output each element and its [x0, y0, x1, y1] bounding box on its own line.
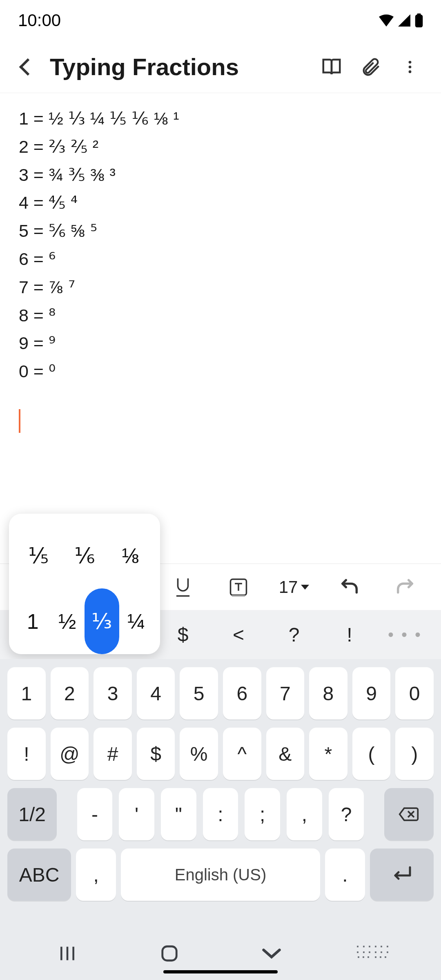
key-9[interactable]: 9	[352, 667, 391, 719]
book-open-icon	[321, 56, 343, 78]
svg-point-2	[409, 61, 412, 64]
overflow-menu-button[interactable]	[390, 47, 430, 87]
popup-option[interactable]: ¼	[119, 588, 154, 654]
enter-icon	[390, 866, 413, 884]
nav-keyboard-switch[interactable]: ∷∷∷⋯⋯	[349, 946, 398, 961]
paperclip-icon	[360, 56, 381, 78]
read-mode-button[interactable]	[312, 47, 351, 87]
text-box-icon	[229, 578, 248, 597]
app-header: Typing Fractions	[0, 41, 441, 93]
popup-option-selected[interactable]: ⅓	[85, 588, 119, 654]
key-8[interactable]: 8	[309, 667, 347, 719]
suggestion-item[interactable]: !	[322, 624, 377, 646]
document-body[interactable]: 1 = ½ ⅓ ¼ ⅕ ⅙ ⅛ ¹ 2 = ⅔ ⅖ ² 3 = ¾ ⅗ ⅜ ³ …	[0, 93, 441, 441]
key-4[interactable]: 4	[137, 667, 175, 719]
text-cursor	[19, 409, 20, 433]
key-apostrophe[interactable]: '	[119, 788, 154, 840]
page-title: Typing Fractions	[50, 53, 312, 80]
doc-line: 2 = ⅔ ⅖ ²	[19, 133, 422, 161]
nav-back[interactable]	[247, 947, 296, 960]
doc-line: 8 = ⁸	[19, 301, 422, 330]
key-question[interactable]: ?	[329, 788, 364, 840]
key-dash[interactable]: -	[77, 788, 113, 840]
svg-rect-13	[163, 947, 177, 961]
undo-button[interactable]	[322, 564, 377, 610]
key-star[interactable]: *	[309, 728, 347, 780]
status-bar: 10:00	[0, 0, 441, 41]
wifi-icon	[379, 14, 394, 27]
doc-line: 1 = ½ ⅓ ¼ ⅕ ⅙ ⅛ ¹	[19, 105, 422, 133]
popup-option[interactable]: ⅕	[16, 523, 62, 588]
key-hash[interactable]: #	[94, 728, 132, 780]
backspace-icon	[398, 806, 419, 822]
popup-option[interactable]: 1	[16, 588, 50, 654]
keyboard-row: 1/2 - ' " : ; , ?	[7, 788, 434, 840]
nav-recents[interactable]	[43, 944, 92, 962]
key-comma[interactable]: ,	[76, 849, 116, 901]
key-2[interactable]: 2	[51, 667, 89, 719]
key-1[interactable]: 1	[7, 667, 46, 719]
spacer	[63, 788, 70, 840]
svg-point-4	[409, 70, 412, 73]
doc-line: 5 = ⅚ ⅝ ⁵	[19, 217, 422, 245]
back-button[interactable]	[8, 47, 47, 87]
doc-line: 6 = ⁶	[19, 245, 422, 273]
key-colon[interactable]: :	[203, 788, 238, 840]
font-size-selector[interactable]: 17	[266, 577, 322, 597]
key-rparen[interactable]: )	[395, 728, 434, 780]
key-dollar[interactable]: $	[137, 728, 175, 780]
key-quote[interactable]: "	[161, 788, 196, 840]
svg-rect-0	[415, 15, 423, 27]
suggestion-item[interactable]: $	[155, 624, 211, 646]
popup-option[interactable]: ⅙	[62, 523, 108, 588]
key-semicolon[interactable]: ;	[245, 788, 280, 840]
key-0[interactable]: 0	[395, 667, 434, 719]
undo-icon	[339, 578, 360, 596]
nav-home[interactable]	[145, 944, 194, 963]
underline-button[interactable]	[155, 564, 211, 610]
key-symbol-shift[interactable]: 1/2	[7, 788, 57, 840]
svg-rect-1	[417, 13, 421, 16]
key-abc[interactable]: ABC	[7, 849, 71, 901]
popup-option[interactable]: ⅛	[107, 523, 154, 588]
key-amp[interactable]: &	[266, 728, 305, 780]
key-percent[interactable]: %	[180, 728, 218, 780]
key-lparen[interactable]: (	[352, 728, 391, 780]
keyboard-row: ABC , English (US) .	[7, 849, 434, 901]
key-at[interactable]: @	[51, 728, 89, 780]
key-comma2[interactable]: ,	[287, 788, 322, 840]
chevron-down-icon	[261, 947, 282, 960]
redo-button[interactable]	[377, 564, 433, 610]
key-3[interactable]: 3	[94, 667, 132, 719]
key-longpress-popup: ⅕ ⅙ ⅛ 1 ½ ⅓ ¼	[9, 514, 160, 654]
doc-line: 4 = ⅘ ⁴	[19, 189, 422, 217]
key-period[interactable]: .	[325, 849, 365, 901]
key-backspace[interactable]	[384, 788, 434, 840]
key-enter[interactable]	[370, 849, 434, 901]
keyboard-row: 1 2 3 4 5 6 7 8 9 0	[7, 667, 434, 719]
suggestion-item[interactable]: <	[211, 624, 266, 646]
popup-option[interactable]: ½	[50, 588, 85, 654]
keyboard-switch-icon: ∷∷∷⋯⋯	[356, 946, 392, 961]
spacer	[370, 788, 377, 840]
key-space[interactable]: English (US)	[121, 849, 320, 901]
chevron-left-icon	[22, 61, 34, 73]
key-exclaim[interactable]: !	[7, 728, 46, 780]
key-7[interactable]: 7	[266, 667, 305, 719]
popup-row: ⅕ ⅙ ⅛	[16, 523, 154, 588]
text-box-button[interactable]	[211, 564, 266, 610]
svg-point-3	[409, 65, 412, 68]
system-nav-bar: ∷∷∷⋯⋯	[0, 927, 441, 980]
redo-icon	[394, 578, 416, 596]
key-6[interactable]: 6	[223, 667, 261, 719]
underline-icon	[174, 577, 192, 597]
status-icons	[379, 13, 423, 27]
battery-icon	[415, 13, 423, 27]
suggestion-more[interactable]: • • •	[377, 626, 433, 644]
attach-button[interactable]	[351, 47, 390, 87]
key-5[interactable]: 5	[180, 667, 218, 719]
more-vert-icon	[402, 58, 418, 76]
suggestion-item[interactable]: ?	[266, 624, 322, 646]
home-icon	[160, 944, 179, 963]
key-caret[interactable]: ^	[223, 728, 261, 780]
